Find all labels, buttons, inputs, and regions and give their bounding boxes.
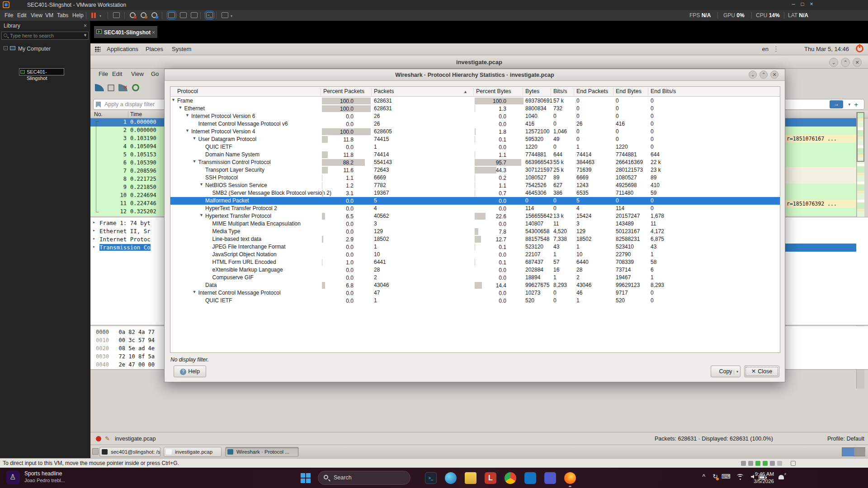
menu-applications[interactable]: Applications [107,46,138,52]
dialog-close-icon[interactable]: ✕ [770,70,778,79]
vmware-menu-help[interactable]: Help [72,12,84,19]
menu-system[interactable]: System [172,46,191,52]
protocol-row[interactable]: Data6.814.443046996276758,29343046996291… [170,282,780,289]
tree-collapse-icon[interactable]: ▼ [199,213,203,217]
protocol-row[interactable]: HyperText Transfer Protocol 20.00.041140… [170,205,780,212]
vmware-menu-tabs[interactable]: Tabs [57,12,68,19]
protocol-row[interactable]: JavaScript Object Notation0.00.010221071… [170,251,780,258]
packet-row[interactable]: 90.221850 [90,183,164,192]
packet-row[interactable]: 120.325202 [90,208,164,216]
app-icon-l-app[interactable]: L [485,472,496,484]
maximize-button[interactable]: □ [798,1,807,7]
workspace-switcher[interactable] [842,447,865,456]
tree-collapse-icon[interactable]: ▼ [179,105,183,110]
display-icon[interactable] [791,461,796,466]
show-desktop-icon[interactable] [92,448,99,455]
protocol-row[interactable]: ▼User Datagram Protocol11.80.17441559532… [170,136,780,143]
language-indicator[interactable]: en [762,46,769,52]
minimize-button[interactable]: – [789,1,797,7]
packet-row-fragment[interactable] [785,118,856,127]
start-capture-icon[interactable] [95,84,104,91]
tree-collapse-icon[interactable]: ▼ [193,290,197,294]
col-header-packets[interactable]: Packets [374,88,394,94]
expand-arrow-icon[interactable]: ▸ [93,220,95,225]
tree-collapse-icon[interactable]: ▼ [185,128,189,133]
expand-arrow-icon[interactable]: ▸ [93,228,95,233]
protocol-row[interactable]: ▼Internet Control Message Protocol0.00.0… [170,289,780,297]
filter-apply-icon[interactable]: → [830,100,843,108]
dialog-titlebar[interactable]: Wireshark · Protocol Hierarchy Statistic… [165,69,785,81]
help-button[interactable]: ?Help [174,366,206,377]
device-usb-icon[interactable] [777,461,782,466]
tree-item-my-computer[interactable]: My Computer [18,46,51,52]
protocol-row-selected[interactable]: Malformed Packet0.00.0500500 [170,197,780,205]
protocol-row[interactable]: Transport Layer Security11.644.372643307… [170,166,780,174]
packet-row-fragment[interactable]: r=1851076167 ... [785,135,856,143]
protocol-row[interactable]: Internet Control Message Protocol v60.00… [170,120,780,128]
packet-row-fragment[interactable] [785,192,856,200]
tree-expander-icon[interactable]: − [4,46,8,50]
app-icon-file-explorer[interactable] [465,472,476,484]
pause-dropdown[interactable]: ▾ [99,14,101,18]
dialog-maximize-icon[interactable]: ⌃ [760,70,768,79]
layout-split-icon[interactable] [180,12,187,18]
protocol-row[interactable]: Domain Name System11.81.1744147744881644… [170,151,780,159]
hex-line[interactable]: 0010 00 3c 57 94 [96,337,155,343]
capture-options-icon[interactable] [132,84,139,91]
expand-arrow-icon[interactable]: ▸ [93,236,95,241]
taskbar-window-0[interactable]: sec401@slingshot: /s... [99,447,160,457]
tree-collapse-icon[interactable]: ▼ [199,182,203,187]
packet-row-fragment[interactable] [785,143,856,151]
column-time[interactable]: Time [130,111,142,117]
send-ctrl-alt-del-icon[interactable] [113,12,120,18]
touch-keyboard-icon[interactable]: ⌨ [722,473,731,480]
wireshark-menu-edit[interactable]: Edit [112,70,122,77]
tray-clock[interactable]: 9:46 AM 3/5/2026 [754,470,774,485]
protocol-row[interactable]: SSH Protocol1.10.26669108052789666910805… [170,174,780,182]
filter-bookmark-icon[interactable] [96,102,101,108]
col-header-percent-bytes[interactable]: Percent Bytes [476,88,511,94]
protocol-row[interactable]: ▼NetBIOS Session Service1.21.17782754252… [170,182,780,189]
tree-collapse-icon[interactable]: ▼ [185,113,189,117]
snapshot-manager-icon[interactable] [151,12,157,18]
tab-close-icon[interactable]: × [152,29,155,36]
packet-row-fragment[interactable] [785,183,856,192]
packet-row[interactable]: 80.221725 [90,175,164,183]
stop-capture-icon[interactable] [108,84,114,91]
protocol-row[interactable]: ▼Hypertext Transfer Protocol6.522.640562… [170,212,780,220]
tree-collapse-icon[interactable]: ▼ [193,136,197,141]
console-icon[interactable]: >_ [206,12,213,18]
scrollbar-thumb[interactable] [857,112,864,162]
fullscreen-dropdown[interactable]: ▾ [231,14,232,18]
vmware-menu-edit[interactable]: Edit [17,12,27,19]
col-header-end-bytes[interactable]: End Bytes [616,88,642,94]
packet-row-fragment[interactable] [785,127,856,135]
protocol-row[interactable]: ▼Transmission Control Protocol88.295.755… [170,159,780,166]
packet-row-fragment[interactable] [785,175,856,183]
packet-row-fragment[interactable] [785,151,856,159]
widgets-icon[interactable] [6,471,20,484]
widget-subline[interactable]: Joao Pedro trebl... [24,478,65,483]
protocol-row[interactable]: ▼Internet Protocol Version 4100.01.86286… [170,128,780,136]
wireshark-main-titlebar[interactable]: investigate.pcap ⌄ ⌃ ✕ [90,56,868,69]
packet-row-fragment[interactable] [785,208,856,216]
expand-arrow-icon[interactable]: ▸ [93,244,95,249]
library-close-icon[interactable]: × [84,23,87,29]
packet-row[interactable]: 50.105153 [90,151,164,159]
packet-row[interactable]: 30.103190 [90,135,164,143]
protocol-row[interactable]: ▼Frame100.0100.062863169378069157 k000 [170,97,780,105]
app-icon-terminal[interactable]: >_ [425,472,437,484]
status-capture-file[interactable]: investigate.pcap [115,436,156,442]
device-hdd-icon[interactable] [741,461,746,466]
fullscreen-icon[interactable] [222,12,228,18]
protocol-row[interactable]: QUIC IETF0.00.01520015200 [170,297,780,305]
packet-row[interactable]: 20.000000 [90,127,164,135]
column-no[interactable]: No. [94,111,103,117]
notification-bell-icon[interactable] [778,475,784,479]
wireshark-menu-view[interactable]: View [131,70,144,77]
layout-grid-icon[interactable] [191,12,198,18]
power-icon[interactable] [856,45,863,52]
protocol-row[interactable]: JPEG File Interchange Format0.00.1152312… [170,243,780,251]
vmware-menu-view[interactable]: View [31,12,42,19]
packet-row[interactable]: 10.000000 [90,118,164,127]
